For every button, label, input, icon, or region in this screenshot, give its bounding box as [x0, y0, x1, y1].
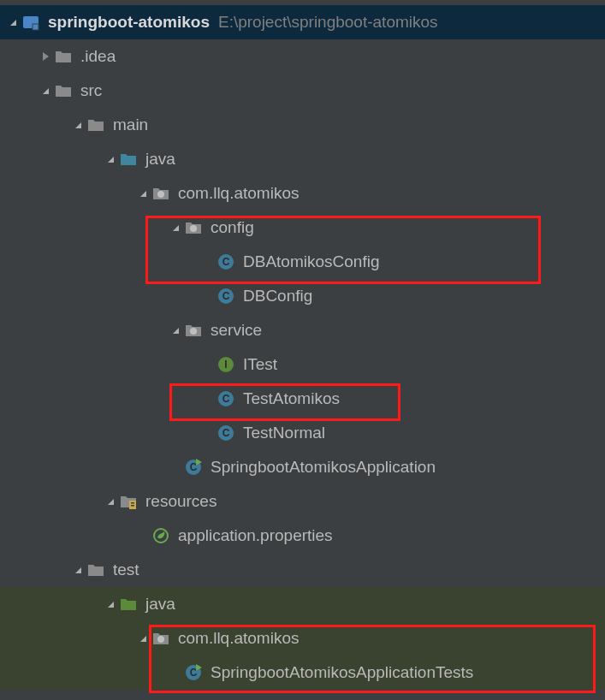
tree-item-label: TestNormal	[243, 424, 325, 442]
classrun-icon: C	[183, 662, 204, 683]
tree-item-label: springboot-atomikos	[48, 13, 210, 32]
tree-row[interactable]: resources	[0, 484, 605, 519]
expand-arrow-down-icon[interactable]	[135, 188, 151, 199]
tree-row[interactable]: .idea	[0, 39, 605, 74]
tree-row[interactable]: application.properties	[0, 519, 605, 553]
tree-row[interactable]: IITest	[0, 347, 605, 382]
tree-row[interactable]: CDBConfig	[0, 279, 605, 313]
tree-item-label: service	[211, 321, 262, 340]
expand-arrow-down-icon[interactable]	[103, 154, 118, 164]
tree-row[interactable]: java	[0, 587, 605, 621]
package-icon	[151, 183, 171, 204]
tree-item-label: test	[113, 561, 139, 579]
tree-row[interactable]: src	[0, 74, 605, 108]
tree-row[interactable]: CSpringbootAtomikosApplication	[0, 450, 605, 484]
tree-item-label: SpringbootAtomikosApplication	[211, 458, 436, 477]
tree-item-label: TestAtomikos	[243, 389, 340, 408]
svg-rect-1	[33, 24, 39, 30]
tree-row[interactable]: config	[0, 211, 605, 245]
svg-point-2	[157, 191, 164, 198]
tree-row[interactable]: CSpringbootAtomikosApplicationTests	[0, 656, 605, 690]
tree-item-label: ITest	[243, 355, 277, 374]
tree-row[interactable]: main	[0, 108, 605, 142]
tree-item-label: com.llq.atomikos	[178, 184, 300, 203]
svg-rect-19	[131, 505, 134, 507]
tree-item-label: com.llq.atomikos	[178, 629, 300, 648]
folder-icon	[53, 46, 74, 67]
tree-row[interactable]: com.llq.atomikos	[0, 621, 605, 656]
tree-row[interactable]: java	[0, 142, 605, 176]
spring-icon	[151, 525, 171, 546]
svg-rect-18	[131, 502, 134, 504]
expand-arrow-down-icon[interactable]	[70, 120, 86, 130]
class-icon: C	[216, 389, 236, 409]
resfolder-icon	[118, 491, 139, 512]
svg-text:C: C	[222, 256, 230, 268]
svg-point-21	[157, 636, 164, 643]
folder-icon	[86, 560, 106, 580]
tree-item-label: java	[145, 150, 175, 169]
expand-arrow-down-icon[interactable]	[103, 496, 118, 507]
tree-item-label: application.properties	[178, 526, 333, 545]
folder-icon	[53, 80, 74, 101]
testfolder-icon	[118, 594, 139, 614]
class-icon: C	[216, 423, 236, 443]
svg-text:I: I	[224, 359, 227, 371]
expand-arrow-down-icon[interactable]	[168, 222, 183, 233]
tree-row[interactable]: CTestNormal	[0, 416, 605, 450]
svg-point-3	[190, 225, 197, 232]
svg-point-8	[190, 328, 197, 335]
expand-arrow-down-icon[interactable]	[103, 599, 118, 609]
tree-item-path: E:\project\springboot-atomikos	[218, 13, 438, 32]
tree-row[interactable]: com.llq.atomikos	[0, 176, 605, 211]
class-icon: C	[216, 252, 236, 272]
tree-item-label: java	[145, 595, 175, 614]
expand-arrow-down-icon[interactable]	[135, 633, 151, 644]
classrun-icon: C	[183, 457, 204, 478]
tree-row[interactable]: service	[0, 313, 605, 347]
expand-arrow-down-icon[interactable]	[5, 17, 21, 27]
svg-text:C: C	[222, 290, 230, 302]
tree-row[interactable]: CDBAtomikosConfig	[0, 245, 605, 279]
tree-row[interactable]: CTestAtomikos	[0, 382, 605, 416]
tree-item-label: DBAtomikosConfig	[243, 252, 379, 271]
expand-arrow-right-icon[interactable]	[38, 51, 53, 62]
tree-item-label: main	[113, 116, 148, 134]
tree-item-label: resources	[145, 492, 216, 511]
srcfolder-icon	[118, 149, 139, 169]
folder-icon	[86, 115, 106, 135]
tree-item-label: DBConfig	[243, 287, 312, 306]
package-icon	[183, 320, 204, 341]
svg-text:C: C	[222, 427, 230, 439]
svg-text:C: C	[222, 393, 230, 405]
expand-arrow-down-icon[interactable]	[168, 325, 183, 335]
package-icon	[183, 217, 204, 238]
tree-row[interactable]: springboot-atomikosE:\project\springboot…	[0, 5, 605, 39]
interface-icon: I	[216, 354, 236, 375]
package-icon	[151, 628, 171, 649]
tree-item-label: src	[80, 81, 102, 100]
tree-item-label: config	[211, 218, 254, 237]
tree-row[interactable]: test	[0, 553, 605, 587]
tree-item-label: .idea	[80, 47, 116, 66]
expand-arrow-down-icon[interactable]	[38, 86, 53, 96]
module-icon	[21, 12, 41, 33]
expand-arrow-down-icon[interactable]	[70, 565, 86, 575]
tree-item-label: SpringbootAtomikosApplicationTests	[211, 663, 473, 682]
class-icon: C	[216, 286, 236, 306]
